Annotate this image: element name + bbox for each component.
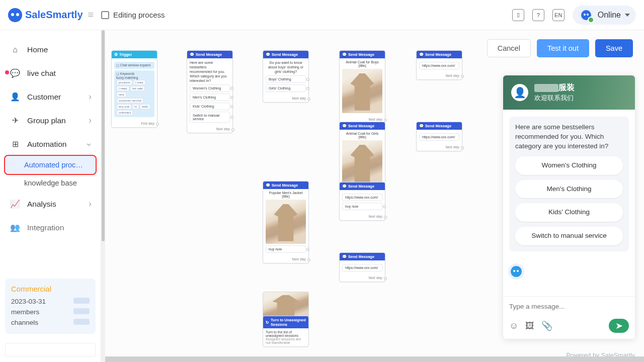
plan-channels-label: channels bbox=[11, 319, 38, 326]
product-image bbox=[266, 200, 306, 244]
online-label: Online bbox=[598, 11, 621, 20]
sidebar-item-analysis[interactable]: 📈 Analysis bbox=[0, 192, 101, 216]
chat-bot-avatar bbox=[508, 263, 524, 280]
send-button[interactable]: ➤ bbox=[609, 319, 629, 333]
chat-input[interactable] bbox=[509, 303, 629, 310]
flow-node-girls-coat[interactable]: 💬 Send Message Animal Coat for Girls (ti… bbox=[339, 122, 385, 189]
plan-expiry: 2023-03-31 bbox=[11, 298, 46, 305]
integration-icon: 👥 bbox=[10, 223, 20, 232]
plan-title: Commercial bbox=[11, 285, 90, 293]
blurred-value bbox=[73, 308, 90, 314]
cancel-button[interactable]: Cancel bbox=[487, 39, 531, 57]
vertical-scrollbar[interactable] bbox=[101, 30, 105, 362]
sidebar-item-live-chat[interactable]: 💬 live chat bbox=[0, 61, 101, 85]
status-dropdown[interactable]: Online bbox=[573, 6, 636, 25]
link-field: https://www.xxx.com/ bbox=[342, 264, 382, 272]
unread-dot bbox=[5, 70, 9, 74]
top-bar: SaleSmartly ≡ Editing process ▯ ? EN Onl… bbox=[0, 0, 644, 30]
option-buy-now[interactable]: buy now bbox=[342, 203, 382, 210]
sidebar-item-label: Automation bbox=[27, 140, 66, 149]
test-button[interactable]: Test it out bbox=[537, 39, 589, 57]
sidebar-item-label: live chat bbox=[27, 69, 56, 78]
product-image bbox=[342, 140, 382, 185]
chat-chip-mens[interactable]: Men's Clothing bbox=[515, 180, 623, 199]
user-avatar bbox=[579, 8, 594, 23]
flow-node-trigger[interactable]: ⚙Trigger ◻ Chat window expand ◻ Keywords… bbox=[111, 50, 157, 128]
sidebar-item-group-plan[interactable]: ✈ Group plan bbox=[0, 109, 101, 132]
attachment-icon[interactable]: 📎 bbox=[541, 320, 552, 331]
chat-title-blur bbox=[534, 84, 558, 92]
chat-subtitle: 欢迎联系我们 bbox=[534, 94, 575, 103]
sidebar-item-label: Analysis bbox=[27, 200, 56, 209]
blurred-value bbox=[73, 319, 90, 325]
sidebar-item-home[interactable]: ⌂ Home bbox=[0, 38, 101, 61]
sidebar-subitem-automated-process[interactable]: Automated proc… bbox=[5, 156, 96, 174]
save-button[interactable]: Save bbox=[595, 39, 633, 57]
product-image bbox=[342, 69, 382, 113]
link-field: https://www.xxx.com/ bbox=[419, 62, 459, 69]
flow-node-turn-unassigned[interactable]: ↻ Turn to Unassigned Sessions Turn to th… bbox=[263, 316, 309, 347]
chat-chip-womens[interactable]: Women's Clothing bbox=[515, 156, 623, 175]
flow-node-boys-coat[interactable]: 💬 Send Message Animal Coat for Boys (tit… bbox=[339, 50, 385, 124]
sidebar-item-label: Group plan bbox=[27, 116, 66, 125]
chat-header: 👤 服装 欢迎联系我们 bbox=[503, 75, 635, 110]
page-title: Editing process bbox=[113, 11, 165, 19]
sidebar-item-integration[interactable]: 👥 Integration bbox=[0, 216, 101, 239]
analysis-icon: 📈 bbox=[10, 199, 20, 209]
breadcrumb: Editing process bbox=[101, 11, 165, 19]
chat-message: Here are some bestsellers recommended fo… bbox=[509, 117, 629, 251]
option-boys[interactable]: Boys' Clothing bbox=[266, 75, 306, 83]
send-icon: ✈ bbox=[10, 116, 20, 125]
sidebar-toggle-icon[interactable]: ≡ bbox=[88, 9, 94, 21]
main-canvas-area: Cancel Test it out Save bbox=[101, 30, 644, 362]
trigger-keywords: ◻ Keywords fuzzy matching productsI want… bbox=[114, 70, 154, 117]
top-actions: ▯ ? EN Online bbox=[512, 6, 636, 25]
sidebar-item-customer[interactable]: 👤 Customer bbox=[0, 85, 101, 109]
sidebar-item-label: Customer bbox=[27, 93, 61, 102]
flow-node-link-3[interactable]: 💬 Send Message https://www.xxx.com/ Next… bbox=[416, 50, 462, 80]
flow-node-link-1[interactable]: 💬 Send Message https://www.xxx.com/ buy … bbox=[339, 182, 385, 221]
brand-name: SaleSmartly bbox=[25, 9, 83, 21]
emoji-icon[interactable]: ☺ bbox=[509, 321, 518, 331]
home-icon: ⌂ bbox=[10, 45, 20, 54]
chat-chip-manual[interactable]: Switch to manual service bbox=[515, 227, 623, 245]
sidebar-item-automation[interactable]: ⊞ Automation bbox=[0, 132, 101, 156]
sidebar-item-label: Home bbox=[27, 45, 48, 54]
image-icon[interactable]: 🖼 bbox=[525, 321, 534, 331]
language-badge[interactable]: EN bbox=[552, 9, 565, 21]
brand-logo[interactable]: SaleSmartly ≡ bbox=[8, 8, 101, 22]
option-buy-now[interactable]: buy now bbox=[266, 245, 306, 253]
chat-chip-kids[interactable]: Kids' Clothing bbox=[515, 203, 623, 222]
process-icon bbox=[101, 11, 109, 19]
chat-title-suffix: 服装 bbox=[558, 83, 575, 92]
flow-node-link-2[interactable]: 💬 Send Message https://www.xxx.com/ Next… bbox=[339, 252, 385, 282]
option-girls[interactable]: Girls' Clothing bbox=[266, 84, 306, 92]
option-womens[interactable]: Women's Clothing bbox=[190, 84, 230, 92]
bot-icon bbox=[581, 10, 591, 20]
customer-icon: 👤 bbox=[10, 92, 20, 102]
device-preview-icon[interactable]: ▯ bbox=[512, 9, 524, 21]
bolt-icon: ⚙ bbox=[114, 52, 118, 57]
link-field: https://www.xxx.com/ bbox=[342, 194, 382, 201]
option-mens[interactable]: Men's Clothing bbox=[190, 94, 230, 101]
plan-members-label: members bbox=[11, 308, 39, 316]
chat-icon: 💬 bbox=[10, 68, 20, 78]
horizontal-scrollbar[interactable] bbox=[105, 356, 644, 362]
flow-node-link-4[interactable]: 💬 Send Message https://www.xxx.com/ Next… bbox=[416, 122, 462, 151]
sidebar-subitem-knowledge-base[interactable]: knowledge base bbox=[0, 174, 101, 192]
flow-node-mens-jacket[interactable]: 💬 Send Message Popular Men's Jacket (tit… bbox=[263, 181, 309, 263]
automation-icon: ⊞ bbox=[10, 139, 20, 149]
option-manual[interactable]: Switch to manual service bbox=[190, 112, 230, 123]
chat-tool-row: ☺ 🖼 📎 ➤ bbox=[503, 316, 635, 339]
chat-input-row bbox=[503, 296, 635, 316]
option-kids[interactable]: Kids' Clothing bbox=[190, 103, 230, 110]
help-icon[interactable]: ? bbox=[532, 9, 544, 21]
sidebar: ⌂ Home 💬 live chat 👤 Customer ✈ Group pl… bbox=[0, 30, 101, 362]
trigger-condition: ◻ Chat window expand bbox=[114, 62, 154, 69]
sidebar-item-label: Integration bbox=[27, 223, 64, 232]
chat-avatar: 👤 bbox=[511, 84, 528, 101]
flow-node-category[interactable]: 💬 Send Message Here are some bestsellers… bbox=[187, 50, 233, 133]
chevron-down-icon bbox=[625, 14, 630, 17]
flow-node-kids-question[interactable]: 💬 Send Message Do you want to know about… bbox=[263, 50, 309, 103]
brand-bot-icon bbox=[8, 8, 22, 22]
